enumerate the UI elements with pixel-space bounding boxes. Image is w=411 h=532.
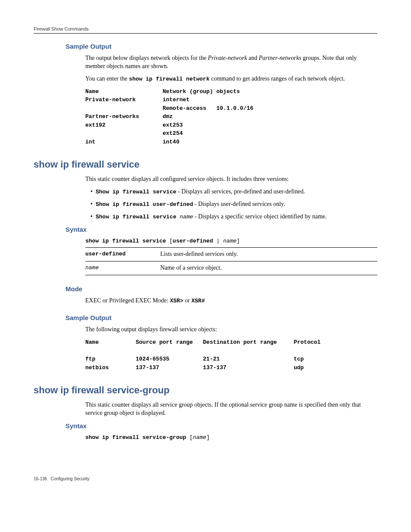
inline-command: Show ip firewall service — [96, 214, 180, 220]
list-item: Show ip firewall service - Displays all … — [96, 188, 377, 196]
syntax-keyword: user-defined — [173, 238, 213, 244]
paragraph: You can enter the show ip firewall netwo… — [85, 75, 377, 83]
text: ] — [206, 434, 210, 441]
param-name: name — [85, 261, 160, 275]
text: - Displays a specific service object ide… — [193, 213, 327, 220]
section-body: This static counter displays all service… — [34, 401, 377, 417]
paragraph: The following output displays firewall s… — [85, 326, 377, 334]
text: The output below displays network object… — [85, 55, 208, 61]
section-body: The following output displays firewall s… — [34, 326, 377, 372]
list-item: Show ip firewall user-defined - Displays… — [96, 200, 377, 208]
paragraph: EXEC or Privileged EXEC Mode: XSR> or XS… — [85, 297, 377, 305]
syntax-cmd: show ip firewall service — [85, 238, 169, 244]
paragraph: The output below displays network object… — [85, 54, 377, 71]
param-desc: Name of a service object. — [160, 261, 377, 275]
syntax-table: user-defined Lists user-defined services… — [85, 247, 377, 275]
text: - Displays user-defined services only. — [193, 201, 285, 207]
text: - Displays all services, pre-defined and… — [176, 188, 305, 195]
heading-syntax: Syntax — [34, 422, 377, 430]
inline-command: show ip firewall network — [129, 76, 209, 82]
text: command to get address ranges of each ne… — [209, 75, 345, 82]
italic-text: Private-network — [208, 55, 247, 61]
section-body: show ip firewall service [user-defined |… — [34, 237, 377, 275]
text: ] — [237, 238, 240, 244]
text: [ — [169, 238, 173, 244]
syntax-param: name — [193, 434, 206, 441]
prompt: XSR> — [170, 298, 183, 304]
heading-sample-output-2: Sample Output — [34, 314, 377, 322]
param-desc: Lists user-defined services only. — [160, 248, 377, 261]
text: EXEC or Privileged EXEC Mode: — [85, 297, 170, 304]
heading-mode: Mode — [34, 285, 377, 293]
inline-param: name — [180, 214, 193, 220]
syntax-line: show ip firewall service-group [name] — [85, 434, 377, 442]
text: | — [213, 238, 223, 244]
inline-command: Show ip firewall service — [96, 189, 176, 195]
param-name: user-defined — [85, 248, 160, 261]
syntax-cmd: show ip firewall service-group — [85, 434, 190, 441]
bullet-list: Show ip firewall service - Displays all … — [85, 188, 377, 221]
syntax-line: show ip firewall service [user-defined |… — [85, 237, 377, 245]
command-output-block: Name Network (group) objects Private-net… — [85, 87, 377, 146]
italic-text: Partner-networks — [259, 55, 302, 61]
paragraph: This static counter displays all configu… — [85, 175, 377, 184]
heading-show-ip-firewall-service: show ip firewall service — [34, 158, 377, 171]
page-header: Firewall Show Commands — [34, 26, 377, 34]
command-output-block: Name Source port range Destination port … — [85, 338, 377, 372]
inline-command: Show ip firewall user-defined — [96, 201, 193, 208]
list-item: Show ip firewall service name - Displays… — [96, 213, 377, 221]
syntax-param: name — [223, 238, 237, 244]
section-body: The output below displays network object… — [34, 54, 377, 146]
table-row: user-defined Lists user-defined services… — [85, 248, 377, 261]
paragraph: This static counter displays all service… — [85, 401, 377, 417]
page-number: 16-136 — [34, 476, 47, 481]
section-body: show ip firewall service-group [name] — [34, 434, 377, 442]
text: [ — [190, 434, 193, 441]
text: or — [184, 297, 192, 304]
table-row: name Name of a service object. — [85, 261, 377, 275]
section-body: This static counter displays all configu… — [34, 175, 377, 221]
heading-syntax: Syntax — [34, 225, 377, 234]
footer-title: Configuring Security — [50, 476, 89, 481]
page-footer: 16-136 Configuring Security — [34, 476, 377, 482]
prompt: XSR# — [191, 298, 205, 304]
text: and — [247, 55, 259, 61]
section-body: EXEC or Privileged EXEC Mode: XSR> or XS… — [34, 297, 377, 305]
text: You can enter the — [85, 75, 129, 82]
heading-show-ip-firewall-service-group: show ip firewall service-group — [34, 384, 377, 397]
heading-sample-output-1: Sample Output — [34, 42, 377, 51]
